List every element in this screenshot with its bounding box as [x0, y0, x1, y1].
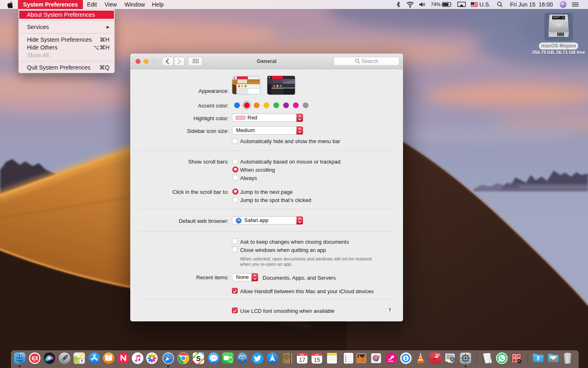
- svg-text:S: S: [196, 355, 200, 363]
- svg-text:15: 15: [314, 357, 320, 363]
- svg-text:JUN: JUN: [315, 353, 319, 356]
- svg-text:17: 17: [299, 357, 305, 363]
- svg-text:PDF: PDF: [436, 354, 441, 356]
- svg-text:MAY: MAY: [300, 353, 305, 356]
- svg-text:HEC: HEC: [33, 360, 36, 362]
